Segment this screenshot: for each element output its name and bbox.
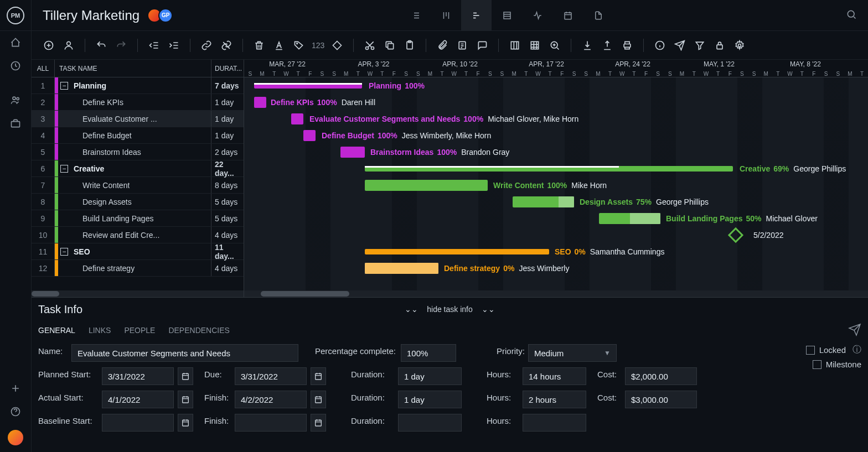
gantt-bar[interactable] <box>254 97 266 108</box>
due-input[interactable]: 3/31/2022 <box>235 367 307 385</box>
cost-input[interactable]: $2,000.00 <box>625 367 697 385</box>
due-input[interactable]: 4/2/2022 <box>235 391 307 408</box>
calendar-view-icon[interactable] <box>552 0 583 31</box>
gantt-bar[interactable] <box>303 130 316 141</box>
name-input[interactable]: Evaluate Customer Segments and Needs <box>71 344 298 362</box>
attach-icon[interactable] <box>433 36 452 55</box>
hours-input[interactable]: 2 hours <box>523 391 586 408</box>
gantt-bar[interactable] <box>599 213 660 224</box>
cost-input[interactable]: $3,000.00 <box>625 391 697 408</box>
app-logo[interactable]: PM <box>0 0 32 31</box>
briefcase-icon[interactable] <box>0 112 32 135</box>
tag-icon[interactable] <box>290 36 308 55</box>
collapse-icon[interactable]: − <box>60 248 68 256</box>
tab-people[interactable]: PEOPLE <box>124 326 155 335</box>
gantt-bar[interactable] <box>340 147 365 158</box>
gantt-hscroll[interactable] <box>244 290 868 297</box>
due-input[interactable] <box>235 414 307 432</box>
milestone-diamond[interactable] <box>728 227 743 243</box>
grid-hscroll[interactable] <box>32 290 244 297</box>
table-row[interactable]: 10Review and Edit Cre...4 days <box>32 227 244 243</box>
table-row[interactable]: 12Define strategy4 days <box>32 260 244 277</box>
redo-icon[interactable] <box>112 36 131 55</box>
info-icon[interactable] <box>650 36 669 55</box>
calendar-icon[interactable] <box>311 414 326 432</box>
people-icon[interactable] <box>0 89 32 112</box>
gantt-bar[interactable] <box>365 249 549 254</box>
table-row[interactable]: 2Define KPIs1 day <box>32 94 244 111</box>
gantt-bar[interactable] <box>254 83 362 89</box>
board-view-icon[interactable] <box>431 0 461 31</box>
gantt-view-icon[interactable] <box>461 0 492 31</box>
link-icon[interactable] <box>197 36 216 55</box>
calendar-icon[interactable] <box>178 414 193 432</box>
list-view-icon[interactable] <box>400 0 431 31</box>
sheet-view-icon[interactable] <box>492 0 522 31</box>
gantt-bar[interactable] <box>513 196 574 207</box>
send-icon[interactable] <box>670 36 689 55</box>
paste-icon[interactable] <box>400 36 419 55</box>
undo-icon[interactable] <box>92 36 111 55</box>
indent-icon[interactable] <box>164 36 183 55</box>
outdent-icon[interactable] <box>144 36 163 55</box>
filter-icon[interactable] <box>690 36 709 55</box>
table-row[interactable]: 6−Creative22 day... <box>32 160 244 177</box>
copy-icon[interactable] <box>380 36 399 55</box>
gantt-bar[interactable] <box>365 180 488 191</box>
planned_start-input[interactable]: 3/31/2022 <box>102 367 174 385</box>
user-avatar[interactable] <box>8 430 23 445</box>
files-view-icon[interactable] <box>583 0 613 31</box>
duration-input[interactable]: 1 day <box>398 391 462 408</box>
col-header-dur[interactable]: DURAT... <box>211 60 244 77</box>
duration-input[interactable]: 1 day <box>398 367 462 385</box>
calendar-icon[interactable] <box>178 367 193 385</box>
columns-icon[interactable] <box>505 36 524 55</box>
lock-icon[interactable] <box>710 36 729 55</box>
calendar-icon[interactable] <box>311 391 326 408</box>
search-icon[interactable] <box>846 9 857 22</box>
locked-checkbox[interactable] <box>806 346 815 355</box>
pct-input[interactable]: 100% <box>401 344 456 362</box>
planned_start-input[interactable]: 4/1/2022 <box>102 391 174 408</box>
home-icon[interactable] <box>0 31 32 54</box>
comment-icon[interactable] <box>473 36 492 55</box>
unlink-icon[interactable] <box>217 36 236 55</box>
calendar-icon[interactable] <box>178 391 193 408</box>
collapse-icon[interactable]: − <box>60 82 68 90</box>
export-icon[interactable] <box>598 36 617 55</box>
import-icon[interactable] <box>578 36 597 55</box>
table-row[interactable]: 7Write Content8 days <box>32 177 244 194</box>
add-icon[interactable] <box>39 36 58 55</box>
grid-icon[interactable] <box>525 36 544 55</box>
table-row[interactable]: 5Brainstorm Ideas2 days <box>32 144 244 160</box>
duration-input[interactable] <box>398 414 462 432</box>
milestone-checkbox[interactable] <box>813 360 822 369</box>
table-row[interactable]: 3Evaluate Customer ...1 day <box>32 111 244 127</box>
priority-select[interactable]: Medium▼ <box>528 344 617 362</box>
gantt-bar[interactable] <box>365 166 733 172</box>
table-row[interactable]: 1−Planning7 days <box>32 77 244 94</box>
settings-icon[interactable] <box>730 36 749 55</box>
zoom-icon[interactable] <box>545 36 564 55</box>
hours-input[interactable]: 14 hours <box>523 367 586 385</box>
delete-icon[interactable] <box>250 36 268 55</box>
info-icon[interactable]: ⓘ <box>852 344 861 356</box>
col-header-idx[interactable]: ALL <box>32 60 55 77</box>
planned_start-input[interactable] <box>102 414 174 432</box>
table-row[interactable]: 4Define Budget1 day <box>32 127 244 144</box>
text-color-icon[interactable] <box>270 36 288 55</box>
tab-general[interactable]: GENERAL <box>38 326 75 335</box>
print-icon[interactable] <box>618 36 637 55</box>
calendar-icon[interactable] <box>311 367 326 385</box>
col-header-name[interactable]: TASK NAME <box>55 60 211 77</box>
tab-links[interactable]: LINKS <box>89 326 111 335</box>
hide-task-info[interactable]: ⌄⌄ hide task info ⌄⌄ <box>405 305 495 314</box>
gantt-bar[interactable] <box>291 113 303 124</box>
milestone-icon[interactable] <box>328 36 347 55</box>
cut-icon[interactable] <box>360 36 379 55</box>
table-row[interactable]: 11−SEO11 day... <box>32 243 244 260</box>
tab-dependencies[interactable]: DEPENDENCIES <box>168 326 229 335</box>
help-icon[interactable] <box>0 400 32 423</box>
table-row[interactable]: 9Build Landing Pages5 days <box>32 210 244 227</box>
collapse-icon[interactable]: − <box>60 165 68 173</box>
